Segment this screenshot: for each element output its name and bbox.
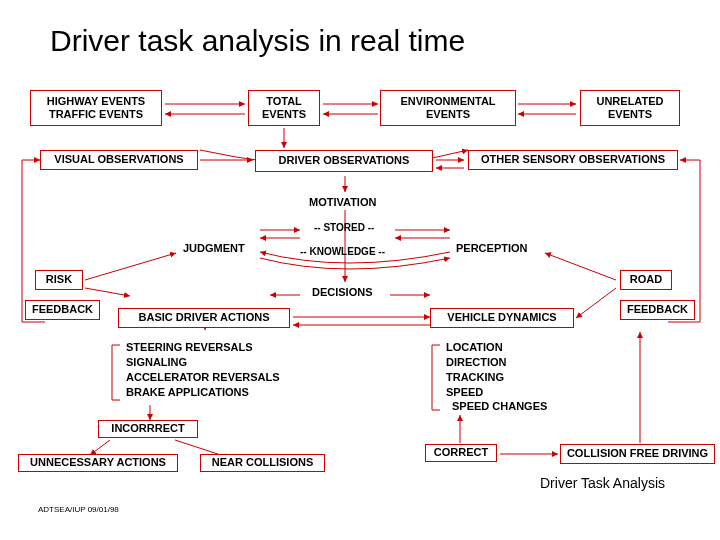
text-knowledge: -- KNOWLEDGE -- — [300, 246, 385, 257]
text-motivation: MOTIVATION — [309, 196, 376, 208]
label: CORRECT — [434, 446, 488, 459]
svg-line-23 — [85, 288, 130, 296]
caption: Driver Task Analysis — [540, 475, 665, 491]
label: TRAFFIC EVENTS — [49, 108, 143, 121]
box-unnecessary-actions: UNNECESSARY ACTIONS — [18, 454, 178, 472]
label: HIGHWAY EVENTS — [47, 95, 145, 108]
list-item: ACCELERATOR REVERSALS — [126, 370, 280, 385]
label: FEEDBACK — [32, 303, 93, 316]
box-incorrect: INCORRRECT — [98, 420, 198, 438]
svg-line-22 — [85, 253, 176, 280]
list-item: BRAKE APPLICATIONS — [126, 385, 280, 400]
svg-line-25 — [576, 288, 616, 318]
text-decisions: DECISIONS — [312, 286, 373, 298]
page-title: Driver task analysis in real time — [50, 24, 465, 58]
label: VEHICLE DYNAMICS — [447, 311, 556, 324]
box-risk: RISK — [35, 270, 83, 290]
box-driver-observations: DRIVER OBSERVATIONS — [255, 150, 433, 172]
list-item: DIRECTION — [446, 355, 547, 370]
label: DRIVER OBSERVATIONS — [279, 154, 410, 167]
label: OTHER SENSORY OBSERVATIONS — [481, 153, 665, 166]
label: ROAD — [630, 273, 662, 286]
box-basic-driver-actions: BASIC DRIVER ACTIONS — [118, 308, 290, 328]
label: EVENTS — [262, 108, 306, 121]
box-correct: CORRECT — [425, 444, 497, 462]
text-judgment: JUDGMENT — [183, 242, 245, 254]
label: RISK — [46, 273, 72, 286]
label: BASIC DRIVER ACTIONS — [139, 311, 270, 324]
label: VISUAL OBSERVATIONS — [54, 153, 183, 166]
box-environmental-events: ENVIRONMENTAL EVENTS — [380, 90, 516, 126]
svg-line-27 — [90, 440, 110, 455]
label: EVENTS — [426, 108, 470, 121]
box-collision-free-driving: COLLISION FREE DRIVING — [560, 444, 715, 464]
svg-line-24 — [545, 253, 616, 280]
box-road: ROAD — [620, 270, 672, 290]
box-highway-traffic-events: HIGHWAY EVENTS TRAFFIC EVENTS — [30, 90, 162, 126]
box-vehicle-dynamics: VEHICLE DYNAMICS — [430, 308, 574, 328]
box-other-sensory-observations: OTHER SENSORY OBSERVATIONS — [468, 150, 678, 170]
label: ENVIRONMENTAL — [400, 95, 495, 108]
label: NEAR COLLISIONS — [212, 456, 313, 469]
box-unrelated-events: UNRELATED EVENTS — [580, 90, 680, 126]
footer: ADTSEA/IUP 09/01/98 — [38, 505, 119, 514]
box-visual-observations: VISUAL OBSERVATIONS — [40, 150, 198, 170]
label: INCORRRECT — [111, 422, 184, 435]
box-near-collisions: NEAR COLLISIONS — [200, 454, 325, 472]
label: UNNECESSARY ACTIONS — [30, 456, 166, 469]
label: TOTAL — [266, 95, 302, 108]
list-vehicle-dynamics: LOCATION DIRECTION TRACKING SPEED SPEED … — [446, 340, 547, 414]
list-item: SPEED CHANGES — [446, 399, 547, 414]
box-feedback-right: FEEDBACK — [620, 300, 695, 320]
list-item: SPEED — [446, 385, 547, 400]
label: EVENTS — [608, 108, 652, 121]
label: UNRELATED — [596, 95, 663, 108]
list-driver-actions: STEERING REVERSALS SIGNALING ACCELERATOR… — [126, 340, 280, 399]
label: FEEDBACK — [627, 303, 688, 316]
text-perception: PERCEPTION — [456, 242, 528, 254]
list-item: TRACKING — [446, 370, 547, 385]
list-item: STEERING REVERSALS — [126, 340, 280, 355]
box-total-events: TOTAL EVENTS — [248, 90, 320, 126]
list-item: LOCATION — [446, 340, 547, 355]
box-feedback-left: FEEDBACK — [25, 300, 100, 320]
text-stored: -- STORED -- — [314, 222, 374, 233]
list-item: SIGNALING — [126, 355, 280, 370]
label: COLLISION FREE DRIVING — [567, 447, 708, 460]
